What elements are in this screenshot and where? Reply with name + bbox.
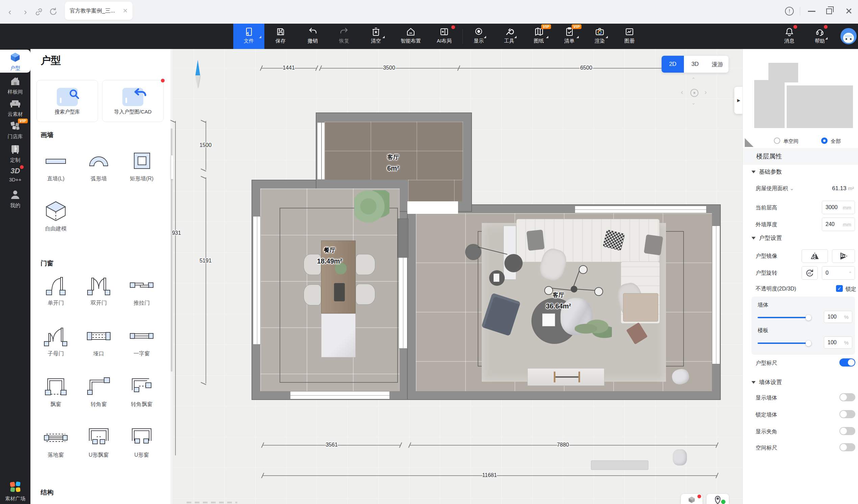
render-button[interactable]: 渲染 <box>585 23 615 49</box>
rail-item-cloud-materials[interactable]: 云素材 <box>0 99 30 117</box>
rail-item-3dpp[interactable]: 3D 3D++ <box>0 166 30 182</box>
tool-sliding-door[interactable]: 推拉门 <box>121 275 162 307</box>
side-table[interactable] <box>465 244 481 260</box>
forward-icon[interactable]: › <box>20 6 31 18</box>
view-roam-button[interactable]: 漫游 <box>706 56 729 72</box>
section-basic-params[interactable]: 基础参数 <box>751 168 782 176</box>
radio-all-spaces[interactable] <box>821 137 828 144</box>
wall-thickness-input[interactable]: 240mm <box>822 217 855 231</box>
tool-double-door[interactable]: 双开门 <box>78 275 119 307</box>
tool-bay-window[interactable]: 飘窗 <box>35 376 76 408</box>
link-icon[interactable] <box>34 7 43 18</box>
sheets-button[interactable]: 图纸 VIP <box>524 23 554 49</box>
wall-opacity-input[interactable]: 100% <box>824 311 852 323</box>
rail-item-mine[interactable]: 我的 <box>0 190 30 209</box>
tool-corner-window[interactable]: 转角窗 <box>78 376 119 408</box>
tool-u-bay-window[interactable]: U形飘窗 <box>78 427 119 459</box>
import-cad-card[interactable]: 导入户型图/CAD <box>102 80 164 122</box>
rail-item-floorplan[interactable]: 户型 <box>0 50 30 72</box>
mirror-vertical-button[interactable] <box>832 249 855 263</box>
pan-up-icon[interactable]: ˆ <box>692 77 695 84</box>
wall-opacity-knob[interactable] <box>806 315 811 321</box>
lock-checkbox[interactable]: ✓ <box>836 285 843 292</box>
chair[interactable] <box>356 284 375 305</box>
chair[interactable] <box>356 254 375 275</box>
view-2d-button[interactable]: 2D <box>662 56 684 72</box>
floorplan-canvas[interactable]: 客厅6m² 餐厅18.49m² 客厅36.64m² 1441 3500 6500… <box>173 49 742 504</box>
rail-item-store-library[interactable]: VIP 门店库 <box>0 120 30 140</box>
plant[interactable] <box>575 318 612 340</box>
room-floor-balcony-ext[interactable] <box>408 180 462 201</box>
sliding-door[interactable] <box>399 257 407 348</box>
rail-item-custom[interactable]: 定制 <box>0 144 30 163</box>
show-angle-toggle[interactable] <box>839 427 855 435</box>
list-button[interactable]: 清单 VIP <box>554 23 584 49</box>
window[interactable] <box>712 226 720 364</box>
document-tab[interactable]: 官方教学案例_三... ✕ <box>65 2 132 20</box>
collapse-right-panel-button[interactable]: ▶ <box>734 87 743 114</box>
tool-u-window[interactable]: U形窗 <box>121 427 162 459</box>
space-ruler-toggle[interactable] <box>839 443 855 451</box>
window[interactable] <box>575 206 706 213</box>
pan-right-icon[interactable]: › <box>704 88 707 96</box>
recenter-icon[interactable] <box>690 89 698 97</box>
ottoman[interactable] <box>623 293 658 322</box>
minimap[interactable] <box>743 49 858 136</box>
smart-layout-button[interactable]: 智能布置 <box>393 23 429 49</box>
close-window-icon[interactable]: ✕ <box>845 6 853 17</box>
tool-rect-wall[interactable]: 矩形墙(R) <box>121 150 162 182</box>
tool-arc-wall[interactable]: 弧形墙 <box>78 150 119 182</box>
search-floorplan-card[interactable]: 搜索户型库 <box>36 80 98 122</box>
lock-wall-toggle[interactable] <box>839 410 855 418</box>
window[interactable] <box>290 391 390 399</box>
tool-straight-wall[interactable]: 直墙(L) <box>35 150 76 182</box>
tool-unequal-door[interactable]: 子母门 <box>35 325 76 357</box>
slab-opacity-knob[interactable] <box>806 341 811 346</box>
tools-button[interactable]: 工具 <box>494 23 524 49</box>
messages-button[interactable]: 消息 <box>778 23 801 49</box>
tool-free-modeling[interactable]: 自由建模 <box>35 200 76 232</box>
pan-left-icon[interactable]: ‹ <box>681 88 683 96</box>
door-opening[interactable] <box>407 201 458 214</box>
plant[interactable] <box>354 190 390 223</box>
display-button[interactable]: 显示 <box>464 23 494 49</box>
redo-button[interactable]: 恢复 <box>329 23 359 49</box>
chair[interactable] <box>304 284 321 305</box>
clear-button[interactable]: 清空 <box>361 23 391 49</box>
window[interactable] <box>317 122 325 180</box>
layout-ruler-toggle[interactable] <box>839 358 855 367</box>
window[interactable] <box>253 216 261 344</box>
tool-corner-bay-window[interactable]: 转角飘窗 <box>121 376 162 408</box>
close-tab-icon[interactable]: ✕ <box>123 7 128 15</box>
refresh-icon[interactable] <box>49 7 58 18</box>
avatar[interactable] <box>840 28 857 44</box>
minimize-icon[interactable] <box>808 11 815 12</box>
show-wall-toggle[interactable] <box>839 393 855 401</box>
undo-button[interactable]: 撤销 <box>298 23 328 49</box>
view-3d-button[interactable]: 3D <box>684 56 706 72</box>
tool-straight-window[interactable]: 一字窗 <box>121 325 162 357</box>
info-icon[interactable]: ! <box>785 7 794 16</box>
section-layout-settings[interactable]: 户型设置 <box>751 234 782 242</box>
draw-mode-button[interactable] <box>681 494 702 504</box>
assistant-button[interactable] <box>706 494 729 504</box>
rail-item-sample-rooms[interactable]: 样板间 <box>0 76 30 95</box>
tool-opening[interactable]: 垭口 <box>78 325 119 357</box>
album-button[interactable]: 图册 <box>615 23 644 49</box>
back-icon[interactable]: ‹ <box>4 6 16 18</box>
dining-table-marble[interactable] <box>321 313 356 357</box>
tool-floor-window[interactable]: 落地窗 <box>35 427 76 459</box>
side-table[interactable] <box>504 254 523 272</box>
rotate-45-button[interactable]: 45 <box>801 266 818 280</box>
tool-single-door[interactable]: 单开门 <box>35 275 76 307</box>
floor-height-input[interactable]: 3000mm <box>822 201 855 214</box>
save-button[interactable]: 保存 <box>266 23 296 49</box>
file-button[interactable]: 文件 <box>233 23 264 49</box>
pan-down-icon[interactable]: ˆ <box>692 98 695 105</box>
ceiling-fan[interactable] <box>571 286 577 293</box>
rail-item-material-plaza[interactable]: 素材广场 <box>0 481 30 502</box>
mirror-horizontal-button[interactable] <box>801 249 828 263</box>
ai-layout-button[interactable]: AI布局 <box>429 23 460 49</box>
slab-opacity-input[interactable]: 100% <box>824 337 852 348</box>
radio-single-space[interactable] <box>774 137 780 144</box>
